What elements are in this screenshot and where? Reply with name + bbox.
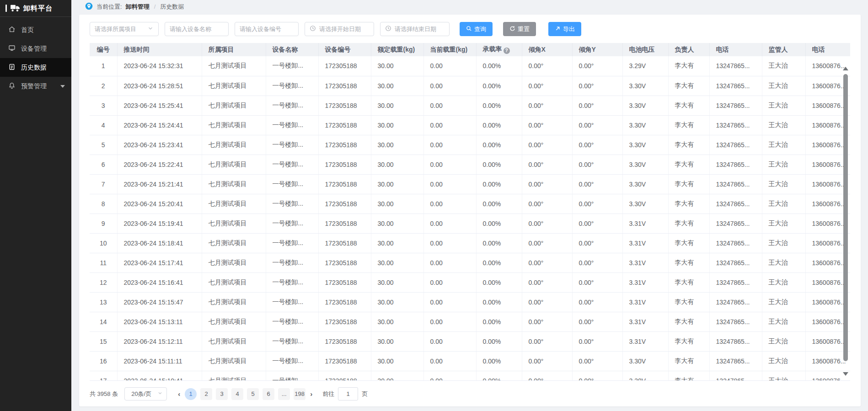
column-header: 电话 xyxy=(805,43,850,56)
table-cell: 0.00 xyxy=(423,155,476,174)
table-cell: 3.31V xyxy=(622,312,668,331)
table-cell: 13247865... xyxy=(709,312,762,331)
table-cell: 172305188 xyxy=(318,135,371,155)
page-button-198[interactable]: 198 xyxy=(294,388,305,400)
column-header: 电话 xyxy=(709,43,762,56)
column-header: 当前载重(kg) xyxy=(423,43,476,56)
table-cell: 七月测试项目 xyxy=(202,76,266,96)
table-cell: 3.30V xyxy=(622,115,668,135)
device-name-field xyxy=(165,22,229,36)
table-cell: 0.00° xyxy=(572,56,622,76)
table-cell: 0.00° xyxy=(572,351,622,371)
table-cell: 30.00 xyxy=(371,115,423,135)
table-header-row: 编号推送时间所属项目设备名称设备编号额定载重(kg)当前载重(kg)承载率?倾角… xyxy=(90,43,850,56)
table-cell: 2023-06-24 15:21:41 xyxy=(117,174,202,194)
table-cell: 2023-06-24 15:25:41 xyxy=(117,96,202,115)
next-page-button[interactable]: › xyxy=(307,390,315,398)
table-cell: 一号楼卸... xyxy=(266,371,318,381)
table-cell: 172305188 xyxy=(318,174,371,194)
table-cell: 0.00° xyxy=(522,135,572,155)
page-button-5[interactable]: 5 xyxy=(247,388,259,400)
sidebar-item-history[interactable]: 历史数据 xyxy=(0,58,71,77)
help-icon[interactable]: ? xyxy=(504,48,510,54)
data-table-wrapper: 编号推送时间所属项目设备名称设备编号额定载重(kg)当前载重(kg)承载率?倾角… xyxy=(90,43,850,381)
sidebar-item-devices[interactable]: 设备管理 xyxy=(0,39,71,58)
table-cell: 30.00 xyxy=(371,174,423,194)
table-cell: 七月测试项目 xyxy=(202,135,266,155)
history-data-table: 编号推送时间所属项目设备名称设备编号额定载重(kg)当前载重(kg)承载率?倾角… xyxy=(90,43,850,381)
table-cell: 17 xyxy=(90,371,117,381)
page-button-1[interactable]: 1 xyxy=(185,388,197,400)
table-cell: 0.00% xyxy=(476,76,522,96)
table-cell: 王大治 xyxy=(762,312,805,331)
table-cell: 0.00% xyxy=(476,312,522,331)
prev-page-button[interactable]: ‹ xyxy=(175,390,183,398)
export-button[interactable]: 导出 xyxy=(548,22,581,36)
query-button-label: 查询 xyxy=(474,25,486,33)
table-cell: 13247865... xyxy=(709,155,762,174)
query-button[interactable]: 查询 xyxy=(460,22,493,36)
device-name-input[interactable] xyxy=(170,26,224,32)
table-cell: 0.00% xyxy=(476,253,522,272)
table-cell: 王大治 xyxy=(762,115,805,135)
table-cell: 七月测试项目 xyxy=(202,351,266,371)
table-cell: 0.00% xyxy=(476,371,522,381)
table-cell: 七月测试项目 xyxy=(202,115,266,135)
table-cell: 0.00 xyxy=(423,351,476,371)
table-cell: 一号楼卸... xyxy=(266,272,318,292)
sidebar-item-alerts[interactable]: 预警管理 xyxy=(0,77,71,96)
goto-suffix-label: 页 xyxy=(362,390,368,398)
device-code-field xyxy=(235,22,299,36)
table-cell: 2023-06-24 15:12:11 xyxy=(117,331,202,351)
column-header: 倾角Y xyxy=(572,43,622,56)
scrollbar-up-arrow-icon[interactable] xyxy=(843,67,848,70)
table-cell: 172305188 xyxy=(318,292,371,312)
page-button-6[interactable]: 6 xyxy=(263,388,274,400)
table-cell: 0.00° xyxy=(572,292,622,312)
reset-button[interactable]: 重置 xyxy=(503,22,536,36)
table-cell: 李大有 xyxy=(668,194,709,214)
more-pages-button[interactable]: ... xyxy=(278,388,290,400)
sidebar: 卸料平台 首页设备管理历史数据预警管理 xyxy=(0,0,71,411)
table-cell: 172305188 xyxy=(318,253,371,272)
table-row: 42023-06-24 15:24:41七月测试项目一号楼卸...1723051… xyxy=(90,115,850,135)
table-cell: 13247865... xyxy=(709,56,762,76)
table-cell: 30.00 xyxy=(371,214,423,233)
location-pin-icon xyxy=(85,2,93,11)
table-cell: 0.00° xyxy=(522,292,572,312)
project-select[interactable]: 请选择所属项目 xyxy=(90,22,159,36)
table-cell: 13247865... xyxy=(709,76,762,96)
table-cell: 李大有 xyxy=(668,96,709,115)
table-cell: 李大有 xyxy=(668,174,709,194)
table-cell: 172305188 xyxy=(318,115,371,135)
sidebar-item-home[interactable]: 首页 xyxy=(0,21,71,39)
goto-page-input[interactable] xyxy=(338,387,358,400)
table-row: 152023-06-24 15:12:11七月测试项目一号楼卸...172305… xyxy=(90,331,850,351)
table-cell: 七月测试项目 xyxy=(202,253,266,272)
table-cell: 11 xyxy=(90,253,117,272)
table-cell: 七月测试项目 xyxy=(202,96,266,115)
scrollbar-down-arrow-icon[interactable] xyxy=(843,372,848,376)
breadcrumb: 当前位置: 卸料管理 / 历史数据 xyxy=(71,0,868,13)
device-code-input[interactable] xyxy=(240,26,294,32)
table-cell: 七月测试项目 xyxy=(202,312,266,331)
page-button-2[interactable]: 2 xyxy=(200,388,212,400)
table-cell: 13247865... xyxy=(709,292,762,312)
page-button-3[interactable]: 3 xyxy=(216,388,228,400)
column-header: 推送时间 xyxy=(117,43,202,56)
table-cell: 0.00° xyxy=(522,56,572,76)
table-cell: 李大有 xyxy=(668,56,709,76)
table-cell: 2023-06-24 15:15:47 xyxy=(117,292,202,312)
page-button-4[interactable]: 4 xyxy=(231,388,243,400)
table-cell: 一号楼卸... xyxy=(266,253,318,272)
page-size-select[interactable]: 20条/页 xyxy=(124,387,167,400)
table-cell: 0.00° xyxy=(522,155,572,174)
table-cell: 172305188 xyxy=(318,351,371,371)
table-cell: 30.00 xyxy=(371,233,423,253)
table-cell: 13247865... xyxy=(709,253,762,272)
end-date-input[interactable]: 请选择结束日期 xyxy=(380,22,450,36)
scrollbar-thumb[interactable] xyxy=(843,74,848,361)
start-date-input[interactable]: 请选择开始日期 xyxy=(305,22,374,36)
table-cell: 0.00° xyxy=(522,253,572,272)
table-cell: 9 xyxy=(90,214,117,233)
